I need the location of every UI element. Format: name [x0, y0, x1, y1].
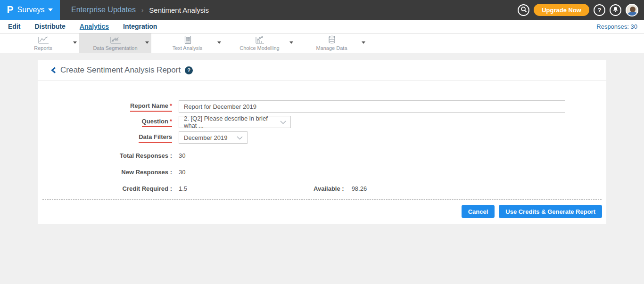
nav-item-distribute[interactable]: Distribute: [34, 23, 65, 30]
topbar-actions: Upgrade Now ?: [518, 0, 638, 20]
chevron-down-icon: [362, 41, 365, 44]
report-name-input[interactable]: [179, 100, 565, 113]
chevron-down-icon: [73, 41, 77, 44]
section-nav: Edit Distribute Analytics Integration Re…: [0, 20, 644, 33]
line-chart-icon: [37, 35, 50, 44]
report-name-label: Report Name*: [130, 102, 172, 112]
search-icon: [520, 6, 527, 14]
report-form: Report Name* Question* 2. [Q2] Please de…: [38, 81, 606, 224]
responses-count: Responses: 30: [596, 23, 637, 30]
create-report-panel: Create Sentiment Analysis Report ? Repor…: [38, 60, 606, 224]
toolbar-item-data-segmentation[interactable]: Data Segmentation: [79, 33, 151, 53]
credit-required-label: Credit Required :: [123, 185, 172, 192]
nav-item-integration[interactable]: Integration: [123, 23, 157, 30]
new-responses-value: 30: [179, 169, 185, 176]
avatar-photo: [630, 7, 636, 12]
report-name-row: Report Name*: [38, 100, 606, 113]
question-mark-icon: ?: [598, 7, 602, 14]
chevron-down-icon: [289, 41, 293, 44]
total-responses-label: Total Responses :: [120, 152, 172, 159]
chevron-down-icon: [145, 41, 149, 44]
top-header-bar: P Surveys Enterprise Updates › Sentiment…: [0, 0, 644, 20]
nav-item-edit[interactable]: Edit: [8, 23, 20, 30]
toolbar-item-choice-modelling[interactable]: Choice Modelling: [223, 33, 296, 53]
credit-required-row: Credit Required : 1.5 Available : 98.26: [38, 184, 606, 193]
product-name: Surveys: [17, 6, 45, 14]
chevron-down-icon: [48, 8, 53, 11]
notifications-button[interactable]: [610, 4, 621, 16]
chevron-down-icon: [237, 134, 243, 141]
required-asterisk: *: [170, 118, 172, 125]
data-filters-select[interactable]: December 2019: [179, 131, 248, 144]
document-icon: [183, 35, 192, 44]
bell-icon: [612, 6, 619, 14]
data-filters-label: Data Filters: [139, 133, 172, 143]
questionpro-logo: P: [7, 4, 14, 16]
breadcrumb-separator: ›: [141, 7, 143, 14]
toolbar-item-reports[interactable]: Reports: [7, 33, 79, 53]
required-asterisk: *: [170, 102, 172, 109]
page-title: Create Sentiment Analysis Report: [60, 65, 181, 75]
analytics-toolbar: Reports Data Segmentation Text Analysis …: [0, 33, 644, 53]
page-background: Create Sentiment Analysis Report ? Repor…: [0, 53, 644, 284]
toolbar-item-text-analysis[interactable]: Text Analysis: [151, 33, 223, 53]
upgrade-now-button[interactable]: Upgrade Now: [534, 4, 589, 16]
database-icon: [328, 35, 336, 44]
breadcrumb-survey-link[interactable]: Enterprise Updates: [71, 6, 136, 14]
available-label: Available :: [314, 185, 344, 192]
form-footer: Cancel Use Credits & Generate Report: [38, 200, 606, 224]
back-button[interactable]: [51, 67, 56, 73]
help-button[interactable]: ?: [594, 4, 605, 16]
scatter-line-chart-icon: [109, 35, 122, 44]
total-responses-value: 30: [179, 152, 185, 159]
toolbar-item-manage-data[interactable]: Manage Data: [296, 33, 368, 53]
chevron-down-icon: [217, 41, 221, 44]
user-avatar[interactable]: [626, 4, 638, 16]
node-chart-icon: [255, 35, 265, 44]
data-filters-row: Data Filters December 2019: [38, 131, 606, 144]
question-select[interactable]: 2. [Q2] Please describe in brief what ..…: [179, 116, 291, 128]
data-filters-selected-value: December 2019: [184, 134, 228, 141]
breadcrumb: Enterprise Updates › Sentiment Analysis: [71, 6, 209, 14]
panel-title-bar: Create Sentiment Analysis Report ?: [38, 60, 606, 81]
nav-item-analytics[interactable]: Analytics: [80, 23, 109, 30]
question-row: Question* 2. [Q2] Please describe in bri…: [38, 116, 606, 128]
question-selected-value: 2. [Q2] Please describe in brief what ..…: [184, 115, 280, 129]
new-responses-label: New Responses :: [121, 169, 172, 176]
breadcrumb-current-page: Sentiment Analysis: [149, 6, 209, 14]
new-responses-row: New Responses : 30: [38, 168, 606, 176]
use-credits-generate-report-button[interactable]: Use Credits & Generate Report: [499, 205, 602, 218]
surveys-product-switcher[interactable]: P Surveys: [0, 0, 60, 20]
help-icon[interactable]: ?: [185, 66, 193, 74]
question-label: Question*: [142, 118, 172, 127]
total-responses-row: Total Responses : 30: [38, 151, 606, 160]
chevron-down-icon: [280, 119, 286, 126]
credit-required-value: 1.5: [179, 185, 187, 192]
credits-available-group: Available : 98.26: [314, 185, 367, 192]
available-value: 98.26: [352, 185, 367, 192]
search-button[interactable]: [518, 4, 529, 16]
cancel-button[interactable]: Cancel: [462, 205, 495, 218]
